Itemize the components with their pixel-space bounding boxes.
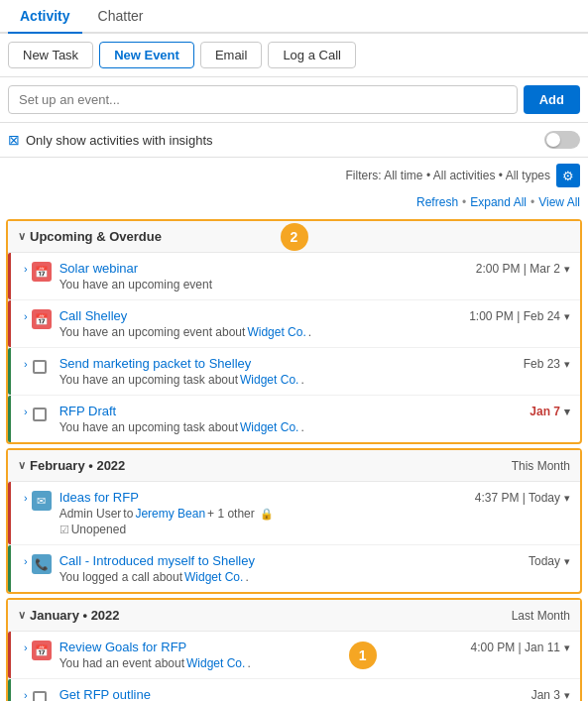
- insights-toggle[interactable]: [544, 131, 580, 149]
- event-icon: 📅: [32, 641, 52, 660]
- activity-content: Review Goals for RFP You had an event ab…: [59, 640, 463, 670]
- lock-icon: 🔒: [260, 508, 274, 521]
- badge-january: 1: [349, 642, 377, 669]
- section-title-january: ∨ January • 2022: [18, 608, 120, 623]
- activity-title[interactable]: Send marketing packet to Shelley: [59, 356, 252, 371]
- new-task-button[interactable]: New Task: [8, 42, 93, 68]
- list-item: › 📞 Call - Introduced myself to Shelley …: [8, 545, 580, 592]
- section-title-upcoming: ∨ Upcoming & Overdue: [18, 229, 162, 244]
- separator-1: •: [462, 195, 466, 209]
- add-button[interactable]: Add: [524, 85, 580, 114]
- activity-title[interactable]: RFP Draft: [59, 404, 117, 418]
- activity-content: Call Shelley You have an upcoming event …: [59, 308, 461, 339]
- list-item: › 📅 Review Goals for RFP You had an even…: [8, 632, 580, 679]
- expand-all-link[interactable]: Expand All: [470, 195, 527, 209]
- january-2022-section: ∨ January • 2022 Last Month › 📅 Review G…: [6, 598, 582, 701]
- activity-title[interactable]: Call Shelley: [59, 308, 128, 323]
- insights-row: ⊠ Only show activities with insights: [0, 123, 588, 158]
- february-header[interactable]: ∨ February • 2022 This Month: [8, 450, 580, 482]
- january-header[interactable]: ∨ January • 2022 Last Month: [8, 600, 580, 632]
- left-border: [8, 396, 11, 442]
- view-all-link[interactable]: View All: [538, 195, 580, 209]
- widget-link[interactable]: Widget Co.: [240, 420, 298, 434]
- tab-activity[interactable]: Activity: [8, 0, 82, 34]
- widget-link[interactable]: Widget Co.: [240, 373, 298, 387]
- insights-icon: ⊠: [8, 132, 20, 148]
- call-icon: 📞: [32, 554, 52, 574]
- event-icon: 📅: [32, 309, 52, 329]
- dropdown-arrow[interactable]: ▾: [564, 263, 570, 276]
- expand-arrow[interactable]: ›: [24, 358, 28, 370]
- activity-unopened: ☑ Unopened: [59, 523, 467, 536]
- dropdown-arrow[interactable]: ▾: [564, 358, 570, 371]
- tab-chatter[interactable]: Chatter: [86, 0, 156, 34]
- filters-gear-button[interactable]: ⚙: [556, 164, 580, 187]
- activity-title[interactable]: Review Goals for RFP: [59, 640, 187, 654]
- left-border: [8, 300, 11, 347]
- to-link[interactable]: Jeremy Bean: [135, 507, 205, 521]
- dropdown-arrow[interactable]: ▾: [564, 492, 570, 505]
- activity-meta: 2:00 PM | Mar 2 ▾: [476, 262, 570, 276]
- list-item: › RFP Draft You have an upcoming task ab…: [8, 396, 580, 442]
- dropdown-arrow[interactable]: ▾: [564, 555, 570, 568]
- event-setup-input[interactable]: [8, 85, 518, 114]
- dropdown-arrow[interactable]: ▾: [564, 689, 570, 702]
- badge-upcoming: 2: [281, 223, 308, 251]
- section-title-right: This Month: [512, 459, 570, 473]
- refresh-row: Refresh • Expand All • View All: [0, 193, 588, 215]
- activity-meta: 4:00 PM | Jan 11 ▾: [470, 641, 570, 654]
- checkbox-icon: [33, 691, 47, 701]
- left-border: [8, 632, 11, 678]
- widget-link[interactable]: Widget Co.: [247, 325, 305, 339]
- activity-title[interactable]: Get RFP outline: [59, 687, 151, 701]
- activity-meta: Feb 23 ▾: [524, 357, 570, 371]
- email-button[interactable]: Email: [200, 42, 263, 68]
- activity-sub: You have an upcoming event: [59, 278, 468, 292]
- log-call-button[interactable]: Log a Call: [268, 42, 356, 68]
- tab-bar: Activity Chatter: [0, 0, 588, 34]
- widget-link[interactable]: Widget Co.: [186, 656, 245, 670]
- event-setup-row: Add: [0, 77, 588, 123]
- check-icon: ☑: [59, 524, 69, 536]
- activity-title[interactable]: Ideas for RFP: [59, 490, 139, 505]
- activity-title[interactable]: Solar webinar: [59, 261, 139, 276]
- expand-arrow[interactable]: ›: [24, 689, 28, 701]
- dropdown-arrow[interactable]: ▾: [564, 642, 570, 654]
- upcoming-overdue-header[interactable]: ∨ Upcoming & Overdue 2: [8, 221, 580, 253]
- list-item: › 📅 Solar webinar You have an upcoming e…: [8, 253, 580, 300]
- left-border: [8, 482, 11, 544]
- activity-meta-overdue: Jan 7 ▾: [529, 405, 570, 418]
- activity-content: Solar webinar You have an upcoming event: [59, 261, 468, 292]
- dropdown-arrow[interactable]: ▾: [564, 406, 570, 418]
- list-item: › Send marketing packet to Shelley You h…: [8, 348, 580, 396]
- new-event-button[interactable]: New Event: [99, 42, 194, 68]
- left-border: [8, 253, 11, 299]
- left-border: [8, 679, 11, 701]
- activity-content: Send marketing packet to Shelley You hav…: [59, 356, 516, 387]
- activity-meta: 4:37 PM | Today ▾: [475, 491, 570, 505]
- task-icon: [32, 405, 52, 424]
- task-icon: [32, 357, 52, 377]
- expand-arrow[interactable]: ›: [24, 642, 28, 653]
- expand-arrow[interactable]: ›: [24, 406, 28, 417]
- chevron-icon: ∨: [18, 459, 26, 472]
- activity-content: RFP Draft You have an upcoming task abou…: [59, 404, 523, 434]
- action-buttons-row: New Task New Event Email Log a Call: [0, 34, 588, 77]
- insights-label: Only show activities with insights: [26, 133, 538, 148]
- expand-arrow[interactable]: ›: [24, 492, 28, 504]
- section-title-february: ∨ February • 2022: [18, 458, 125, 473]
- filters-row: Filters: All time • All activities • All…: [0, 158, 588, 193]
- separator-2: •: [530, 195, 534, 209]
- dropdown-arrow[interactable]: ▾: [564, 310, 570, 323]
- expand-arrow[interactable]: ›: [24, 555, 28, 567]
- email-icon: ✉: [32, 491, 52, 511]
- activity-title[interactable]: Call - Introduced myself to Shelley: [59, 553, 255, 568]
- list-item: › ✉ Ideas for RFP Admin User to Jeremy B…: [8, 482, 580, 545]
- refresh-link[interactable]: Refresh: [416, 195, 458, 209]
- expand-arrow[interactable]: ›: [24, 263, 28, 275]
- activity-content: Ideas for RFP Admin User to Jeremy Bean …: [59, 490, 467, 536]
- expand-arrow[interactable]: ›: [24, 310, 28, 322]
- section-title-right: Last Month: [512, 609, 570, 623]
- checkbox-icon: [33, 408, 47, 421]
- widget-link[interactable]: Widget Co.: [184, 570, 243, 584]
